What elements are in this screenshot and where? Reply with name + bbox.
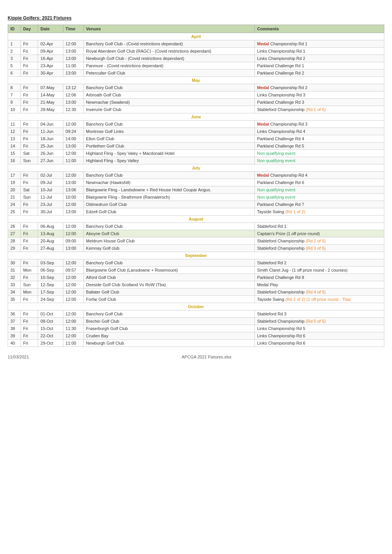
- id-cell: 28: [8, 237, 21, 245]
- comment-cell: Stableford Championship (Rd 3 of 5): [254, 245, 384, 252]
- time-cell: 13:00: [63, 99, 83, 106]
- comment-cell: Medal Play: [254, 281, 384, 289]
- date-cell: 16-Apr: [38, 55, 63, 62]
- table-row: 39Fri22-Oct12:00Cruden BayLinks Champion…: [8, 332, 384, 340]
- id-cell: 2: [8, 48, 21, 55]
- day-cell: Sun: [21, 194, 38, 201]
- footer-filename: APCGA 2021 Fixtures.xlsx: [182, 355, 232, 359]
- date-cell: 11-Jul: [38, 194, 63, 201]
- comment-cell: Parkland Challenge Rd 1: [254, 62, 384, 70]
- table-row: 35Fri24-Sep12:00Forfar Golf ClubTayside …: [8, 296, 384, 303]
- id-cell: 34: [8, 289, 21, 296]
- time-cell: 12:00: [63, 223, 83, 230]
- date-cell: 20-Aug: [38, 237, 63, 245]
- id-cell: 35: [8, 296, 21, 303]
- date-cell: 26-Jun: [38, 150, 63, 157]
- venue-cell: Royal Aberdeen Golf Club (RAGC) - (Covid…: [83, 48, 254, 55]
- table-row: 19Fri09-Jul13:00Newmachar (Hawkshill)Par…: [8, 179, 384, 186]
- date-cell: 11-Jun: [38, 128, 63, 135]
- time-cell: 13:00: [63, 48, 83, 55]
- page-title: Kippie Golfers: 2021 Fixtures: [8, 15, 384, 21]
- comment-cell: Parkland Challenge Rd 8: [254, 274, 384, 281]
- time-cell: 11:00: [63, 340, 83, 347]
- date-cell: 02-Jul: [38, 172, 63, 179]
- id-cell: 6: [8, 70, 21, 77]
- table-row: 11Fri04-Jun12:00Banchory Golf ClubMedal …: [8, 121, 384, 128]
- id-cell: 26: [8, 223, 21, 230]
- id-cell: 3: [8, 55, 21, 62]
- table-row: 34Mon17-Sep12:00Ballater Golf ClubStable…: [8, 289, 384, 296]
- comment-cell: Stableford Championship (Rd 1 of 5): [254, 106, 384, 113]
- comment-cell: Parkland Challenge Rd 7: [254, 201, 384, 208]
- id-cell: 9: [8, 99, 21, 106]
- venue-cell: Alford Golf Club: [83, 274, 254, 281]
- table-row: 5Fri23-Apr11:00Panmure - (Covid restrict…: [8, 62, 384, 70]
- comment-cell: Medal Championship Rd 3: [254, 121, 384, 128]
- day-cell: Fri: [21, 55, 38, 62]
- time-cell: 12:00: [63, 172, 83, 179]
- time-cell: 13:00: [63, 208, 83, 216]
- time-cell: 12:00: [63, 289, 83, 296]
- time-cell: 09:57: [63, 267, 83, 274]
- time-cell: 12:00: [63, 281, 83, 289]
- table-row: 33Sun12-Sep12:00Deeside Golf Club Scotla…: [8, 281, 384, 289]
- table-row: 20Sat10-Jul13:06Blairgowrie Fling - Land…: [8, 186, 384, 194]
- table-row: 36Fri01-Oct12:00Banchory Golf ClubStable…: [8, 310, 384, 318]
- day-cell: Fri: [21, 296, 38, 303]
- comment-cell: Links Championship Rd 6: [254, 332, 384, 340]
- time-cell: 12:30: [63, 106, 83, 113]
- id-cell: 21: [8, 194, 21, 201]
- date-cell: 06-Sep: [38, 267, 63, 274]
- day-cell: Fri: [21, 48, 38, 55]
- date-cell: 28-May: [38, 106, 63, 113]
- comment-cell: Stableford Championship (Rd 5 of 5): [254, 318, 384, 325]
- month-row: August: [8, 216, 384, 223]
- date-cell: 09-Apr: [38, 48, 63, 55]
- day-cell: Fri: [21, 106, 38, 113]
- id-cell: 11: [8, 121, 21, 128]
- day-cell: Fri: [21, 172, 38, 179]
- comment-cell: Links Championship Rd 4: [254, 128, 384, 135]
- comment-cell: Medal Championship Rd 4: [254, 172, 384, 179]
- venue-cell: Ellon Golf Club: [83, 135, 254, 143]
- time-cell: 12:00: [63, 230, 83, 237]
- comment-cell: Non qualifying event: [254, 186, 384, 194]
- day-cell: Fri: [21, 121, 38, 128]
- venue-cell: Banchory Golf Club: [83, 172, 254, 179]
- time-cell: 13:00: [63, 143, 83, 150]
- table-row: 14Fri25-Jun13:00Portlethen Golf ClubPark…: [8, 143, 384, 150]
- column-header-day: Day: [21, 25, 38, 33]
- comment-cell: Stableford Rd 2: [254, 259, 384, 267]
- date-cell: 04-Jun: [38, 121, 63, 128]
- day-cell: Fri: [21, 128, 38, 135]
- id-cell: 12: [8, 128, 21, 135]
- venue-cell: Banchory Golf Club - (Covid restrictions…: [83, 40, 254, 48]
- day-cell: Fri: [21, 310, 38, 318]
- comment-cell: Stableford Rd 1: [254, 223, 384, 230]
- date-cell: 01-Oct: [38, 310, 63, 318]
- table-row: 27Fri13-Aug12:00Aboyne Golf ClubCaptain'…: [8, 230, 384, 237]
- venue-cell: Edzell Golf Club: [83, 208, 254, 216]
- date-cell: 14-May: [38, 91, 63, 99]
- date-cell: 23-Jul: [38, 201, 63, 208]
- id-cell: 19: [8, 179, 21, 186]
- time-cell: 13:00: [63, 70, 83, 77]
- month-row: September: [8, 252, 384, 259]
- date-cell: 07-May: [38, 84, 63, 91]
- column-header-id: ID: [8, 25, 21, 33]
- time-cell: 13:00: [63, 245, 83, 252]
- table-row: 29Fri27-Aug13:00Kemnay Golf clubStablefo…: [8, 245, 384, 252]
- venue-cell: Newburgh Golf Club: [83, 340, 254, 347]
- id-cell: 20: [8, 186, 21, 194]
- comment-cell: Links Championship Rd 2: [254, 55, 384, 62]
- date-cell: 23-Apr: [38, 62, 63, 70]
- venue-cell: Blairgowrie Fling - Landsdowne + Red Hou…: [83, 186, 254, 194]
- table-header-row: IDDayDateTimeVenuesComments: [8, 25, 384, 33]
- date-cell: 21-May: [38, 99, 63, 106]
- day-cell: Fri: [21, 274, 38, 281]
- table-row: 40Fri29-Oct11:00Newburgh Golf ClubLinks …: [8, 340, 384, 347]
- month-row: May: [8, 77, 384, 84]
- date-cell: 17-Sep: [38, 289, 63, 296]
- id-cell: 40: [8, 340, 21, 347]
- venue-cell: Banchory Golf Club: [83, 259, 254, 267]
